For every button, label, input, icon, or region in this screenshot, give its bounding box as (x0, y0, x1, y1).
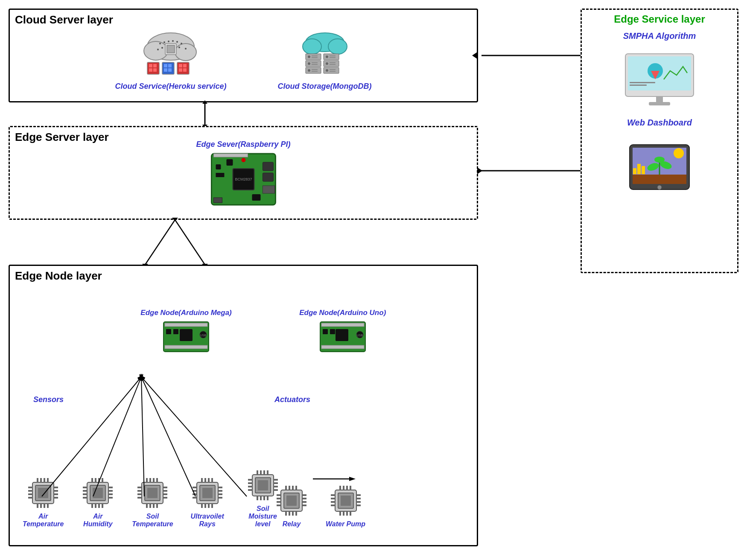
sensor-uv-rays: UltravoiletRays (190, 476, 225, 528)
actuators-row: Relay Water Pump (274, 484, 365, 528)
chip-icon-relay (274, 484, 309, 518)
svg-rect-134 (95, 504, 96, 508)
raspi-label: Edge Sever(Raspberry PI) (196, 140, 290, 149)
service-to-cloud-arrow (477, 43, 597, 68)
svg-rect-211 (292, 511, 294, 516)
svg-rect-229 (343, 511, 344, 516)
sensors-label: Sensors (33, 395, 64, 404)
svg-rect-145 (163, 490, 167, 492)
arduino-mega-icon: USB (163, 320, 210, 354)
svg-rect-113 (47, 478, 49, 482)
svg-rect-116 (44, 504, 45, 508)
svg-rect-148 (146, 478, 148, 482)
chip-icon-water-pump (329, 484, 363, 518)
svg-rect-181 (248, 489, 252, 491)
cloud-to-edge-arrow (184, 100, 226, 128)
svg-rect-173 (208, 504, 210, 508)
svg-rect-186 (257, 470, 258, 475)
svg-rect-161 (193, 493, 197, 495)
svg-rect-130 (95, 478, 96, 482)
svg-rect-227 (350, 486, 351, 490)
svg-rect-223 (356, 505, 361, 506)
svg-rect-103 (28, 490, 32, 492)
svg-rect-166 (218, 497, 222, 499)
svg-rect-128 (108, 497, 113, 499)
svg-rect-105 (28, 497, 32, 499)
svg-rect-125 (108, 487, 113, 488)
svg-rect-265 (637, 164, 641, 174)
svg-rect-202 (302, 498, 306, 499)
svg-rect-86 (180, 329, 193, 341)
svg-rect-182 (274, 479, 278, 481)
svg-rect-197 (277, 494, 281, 496)
chip-icon-soil-temp (135, 476, 169, 510)
monitor-icon (621, 50, 698, 109)
svg-rect-68 (213, 154, 248, 157)
svg-rect-208 (295, 486, 297, 490)
svg-rect-85 (165, 345, 207, 349)
svg-point-35 (328, 39, 347, 54)
sensor-soil-temp: SoilTemperature (132, 476, 173, 528)
svg-rect-133 (91, 504, 93, 508)
svg-rect-70 (263, 173, 273, 181)
svg-rect-141 (137, 490, 142, 492)
svg-rect-88 (173, 329, 178, 334)
svg-rect-189 (267, 470, 268, 475)
chip-icon-uv (190, 476, 225, 510)
relay-label: Relay (283, 520, 301, 528)
svg-rect-155 (156, 504, 158, 508)
svg-rect-255 (630, 85, 647, 86)
svg-rect-111 (40, 478, 42, 482)
svg-rect-142 (137, 493, 142, 495)
cloud-server-layer: Cloud Server layer (9, 9, 478, 102)
chip-icon-air-temp (26, 476, 60, 510)
svg-point-267 (657, 185, 662, 190)
svg-rect-71 (213, 198, 222, 203)
svg-rect-58 (330, 69, 336, 70)
svg-point-1 (144, 41, 168, 60)
svg-rect-169 (208, 478, 210, 482)
svg-rect-160 (193, 490, 197, 492)
svg-rect-230 (346, 511, 348, 516)
svg-rect-132 (102, 478, 103, 482)
svg-point-51 (326, 55, 328, 58)
air-temp-label: AirTemperature (23, 513, 64, 528)
svg-rect-203 (302, 501, 306, 503)
arduino-uno-container: Edge Node(Arduino Uno) USB (299, 309, 386, 354)
svg-rect-216 (331, 494, 335, 496)
raspi-container: Edge Sever(Raspberry PI) BCM2837 (196, 140, 290, 207)
arduino-uno-label: Edge Node(Arduino Uno) (299, 309, 386, 317)
edge-server-layer: Edge Server layer Edge Sever(Raspberry P… (9, 126, 478, 220)
raspi-icon: BCM2837 (209, 152, 277, 207)
actuator-relay: Relay (274, 484, 309, 528)
svg-rect-40 (312, 55, 318, 56)
edge-node-label: Edge Node layer (15, 269, 102, 283)
edge-server-to-service-arrow (477, 158, 597, 184)
heroku-icon (139, 32, 203, 79)
svg-point-45 (308, 69, 310, 72)
svg-rect-153 (149, 504, 151, 508)
svg-rect-168 (204, 478, 206, 482)
svg-rect-101 (38, 488, 48, 498)
svg-rect-115 (40, 504, 42, 508)
svg-rect-53 (330, 57, 336, 58)
svg-rect-124 (83, 497, 87, 499)
svg-rect-205 (285, 486, 287, 490)
svg-rect-163 (218, 487, 222, 488)
uv-rays-label: UltravoiletRays (191, 513, 224, 528)
svg-rect-222 (356, 501, 361, 503)
svg-rect-95 (323, 329, 328, 334)
sensor-air-temp: AirTemperature (23, 476, 64, 528)
svg-rect-143 (137, 497, 142, 499)
svg-rect-192 (263, 496, 265, 500)
svg-rect-17 (167, 45, 175, 53)
svg-rect-210 (289, 511, 290, 516)
cloud-storage-label: Cloud Storage(MongoDB) (278, 82, 372, 91)
svg-rect-121 (83, 487, 87, 488)
svg-marker-233 (349, 477, 356, 481)
svg-rect-59 (330, 71, 336, 72)
edge-service-content: SMPHA Algorithm Web Dashboard (582, 31, 737, 196)
edge-service-layer: Edge Service layer SMPHA Algorithm (581, 9, 738, 273)
svg-rect-109 (54, 497, 58, 499)
svg-rect-22 (153, 64, 157, 67)
